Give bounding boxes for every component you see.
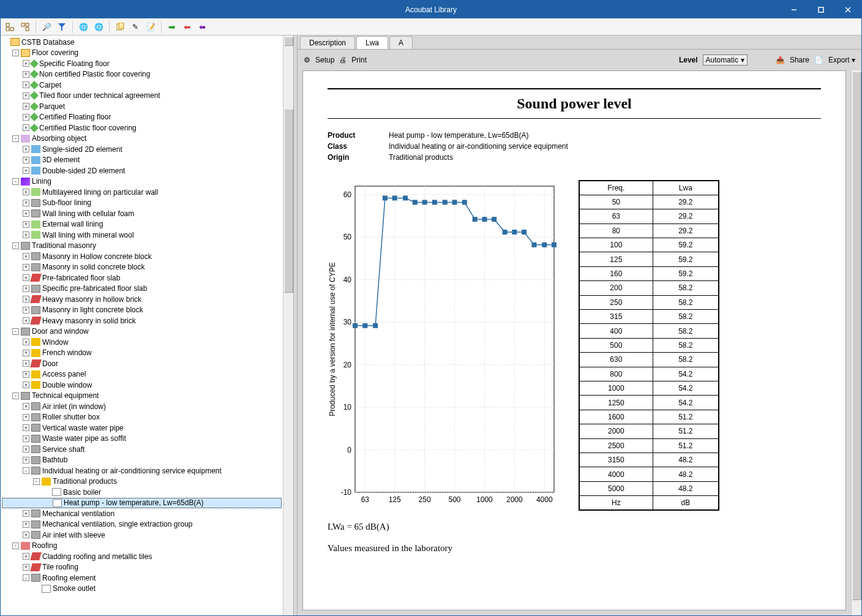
splitter[interactable]: [293, 36, 298, 615]
print-button[interactable]: Print: [351, 56, 367, 64]
tree-item[interactable]: +French window: [2, 348, 282, 359]
minimize-button[interactable]: [781, 1, 808, 18]
svg-text:40: 40: [343, 276, 352, 284]
note-icon[interactable]: 📝: [144, 20, 157, 34]
arrow-both-icon[interactable]: ⬌: [196, 20, 209, 34]
tree-item[interactable]: +Specific Floating floor: [2, 58, 282, 69]
tree-item[interactable]: +Air inlet with sleeve: [2, 530, 282, 541]
tree-item[interactable]: +3D element: [2, 155, 282, 166]
svg-rect-8: [26, 23, 29, 26]
tree-item[interactable]: +Heavy masonry in solid brick: [2, 315, 282, 326]
tree-item[interactable]: -Traditional products: [2, 476, 282, 487]
tree-item[interactable]: -Floor covering: [2, 48, 282, 59]
tree-item[interactable]: -Traditional masonry: [2, 241, 282, 252]
tree-item[interactable]: +Heavy masonry in hollow brick: [2, 294, 282, 305]
tree-item[interactable]: +Parquet: [2, 101, 282, 112]
tab-a[interactable]: A: [389, 36, 413, 49]
svg-text:-10: -10: [341, 488, 352, 497]
tree-item[interactable]: -Absorbing object: [2, 133, 282, 145]
svg-text:250: 250: [419, 495, 431, 504]
tree-item[interactable]: +Carpet: [2, 80, 282, 91]
tree-item[interactable]: +Service shaft: [2, 444, 282, 455]
gear-icon[interactable]: ⚙: [304, 56, 310, 64]
binoculars-icon[interactable]: 🔎: [40, 20, 53, 34]
tree-item[interactable]: +Single-sided 2D element: [2, 144, 282, 155]
tree-item[interactable]: +Sub-floor lining: [2, 198, 282, 209]
tree-item[interactable]: +Masonry in solid concrete block: [2, 262, 282, 273]
tree-item[interactable]: -Roofing element: [2, 573, 282, 584]
arrow-right-icon[interactable]: ➡: [165, 20, 179, 34]
toolbar: 🔎 🌐 🌐 ✎ 📝 ➡ ⬅ ⬌: [1, 18, 861, 36]
tree-item[interactable]: +External wall lining: [2, 219, 282, 230]
globe-icon[interactable]: 🌐: [77, 20, 90, 34]
setup-button[interactable]: Setup: [315, 56, 334, 64]
tree-item[interactable]: Basic boiler: [2, 487, 282, 498]
tree-item[interactable]: -Door and window: [2, 326, 282, 337]
tree-item[interactable]: +Wall lining with cellular foam: [2, 208, 282, 219]
printer-icon[interactable]: 🖨: [339, 56, 347, 64]
tab-description[interactable]: Description: [300, 36, 355, 49]
svg-text:125: 125: [389, 495, 401, 504]
svg-text:Produced by a version for inte: Produced by a version for internal use o…: [328, 262, 337, 416]
svg-text:1000: 1000: [476, 495, 493, 504]
tree-item[interactable]: +Air inlet (in window): [2, 401, 282, 412]
tree-item[interactable]: Smoke outlet: [2, 584, 282, 595]
tree-item[interactable]: -Technical equipment: [2, 391, 282, 402]
edit-icon[interactable]: ✎: [129, 20, 142, 34]
tree-item[interactable]: +Access panel: [2, 369, 282, 380]
share-button[interactable]: Share: [790, 56, 809, 64]
tree-item[interactable]: +Mechanical ventilation, single extracti…: [2, 519, 282, 530]
tree-item[interactable]: +Cladding roofing and metallic tiles: [2, 551, 282, 562]
globe2-icon[interactable]: 🌐: [92, 20, 105, 34]
tree-item[interactable]: +Certified Plastic floor covering: [2, 122, 282, 133]
tree-item[interactable]: Heat pump - low temperature, Lw=65dB(A): [2, 498, 282, 509]
data-table: Freq.Lwa5029.26329.28029.210059.212559.2…: [579, 180, 719, 511]
svg-text:30: 30: [343, 318, 352, 326]
tree-item[interactable]: +Pre-fabricated floor slab: [2, 272, 282, 284]
tree-item[interactable]: -Lining: [2, 176, 282, 187]
chart: -10010203040506063125250500100020004000P…: [328, 180, 560, 511]
tree-item[interactable]: +Double window: [2, 380, 282, 391]
tree-item[interactable]: +Wall lining with mineral wool: [2, 230, 282, 241]
share-icon[interactable]: 📤: [776, 56, 785, 64]
tree-item[interactable]: +Multilayered lining on particular wall: [2, 187, 282, 198]
note-text: Values measured in the laboratory: [328, 543, 821, 554]
tree-item[interactable]: -Individual heating or air-conditioning …: [2, 465, 282, 476]
tree-view[interactable]: CSTB Database-Floor covering+Specific Fl…: [1, 36, 283, 615]
tree-item[interactable]: +Tiled floor under technical agreement: [2, 91, 282, 102]
tree-item[interactable]: +Tile roofing: [2, 562, 282, 573]
tree-item[interactable]: +Window: [2, 337, 282, 348]
tree-item[interactable]: +Roller shutter box: [2, 412, 282, 423]
tree-item[interactable]: +Specific pre-fabricated floor slab: [2, 284, 282, 295]
arrow-left-icon[interactable]: ⬅: [181, 20, 194, 34]
tree-item[interactable]: CSTB Database: [2, 37, 282, 48]
copy-icon[interactable]: [113, 20, 127, 34]
tree-item[interactable]: +Bathtub: [2, 455, 282, 466]
tree-item[interactable]: +Waste water pipe as soffit: [2, 434, 282, 445]
tree-item[interactable]: +Non certified Plastic floor covering: [2, 69, 282, 80]
close-button[interactable]: [834, 1, 861, 18]
tree-item[interactable]: +Certified Floating floor: [2, 112, 282, 123]
tree-item[interactable]: +Door: [2, 358, 282, 369]
svg-rect-4: [6, 23, 9, 26]
svg-text:60: 60: [343, 190, 352, 199]
report-toolbar: ⚙ Setup 🖨 Print Level Automatic▾ 📤 Share…: [298, 50, 861, 70]
tree-item[interactable]: +Masonry in Hollow concrete block: [2, 251, 282, 262]
tabstrip: Description Lwa A: [298, 36, 861, 49]
tree-item[interactable]: -Roofing: [2, 541, 282, 552]
report-scrollbar[interactable]: [851, 70, 861, 615]
tree-item[interactable]: +Masonry in light concrete block: [2, 305, 282, 316]
filter-icon[interactable]: [55, 20, 69, 34]
tree-collapse-icon[interactable]: [3, 20, 17, 34]
export-button[interactable]: Export ▾: [828, 56, 855, 64]
tree-item[interactable]: +Mechanical ventilation: [2, 508, 282, 519]
tree-item[interactable]: +Vertical waste water pipe: [2, 423, 282, 434]
tree-scrollbar[interactable]: [283, 36, 293, 615]
tree-item[interactable]: +Double-sided 2D element: [2, 165, 282, 176]
chevron-down-icon: ▾: [741, 56, 744, 64]
export-icon[interactable]: 📄: [814, 56, 823, 64]
tree-expand-icon[interactable]: [18, 20, 32, 34]
level-select[interactable]: Automatic▾: [703, 54, 748, 66]
tab-lwa[interactable]: Lwa: [356, 36, 388, 49]
maximize-button[interactable]: [808, 1, 834, 18]
